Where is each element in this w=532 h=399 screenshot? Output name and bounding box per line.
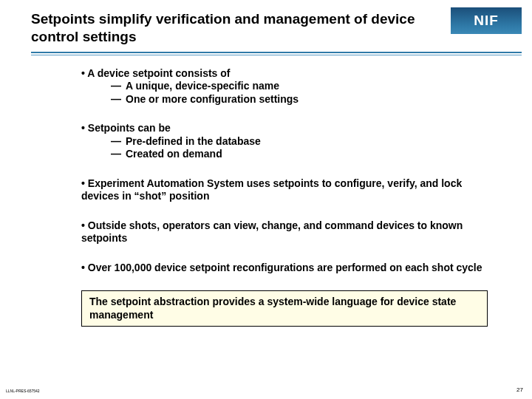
slide-header: Setpoints simplify verification and mana… bbox=[0, 0, 532, 46]
sub-item: —Pre-defined in the database bbox=[111, 135, 495, 149]
bullet-lead: Outside shots, operators can view, chang… bbox=[81, 219, 495, 245]
bullet-item: A device setpoint consists of —A unique,… bbox=[81, 67, 495, 106]
nif-logo-text: NIF bbox=[474, 13, 499, 29]
bullet-sublist: —A unique, device-specific name —One or … bbox=[81, 80, 495, 106]
slide-number: 27 bbox=[516, 386, 523, 393]
bullet-item: Setpoints can be —Pre-defined in the dat… bbox=[81, 122, 495, 161]
bullet-sublist: —Pre-defined in the database —Created on… bbox=[81, 135, 495, 161]
bullet-lead: Setpoints can be bbox=[81, 122, 495, 135]
slide-title: Setpoints simplify verification and mana… bbox=[31, 10, 423, 46]
bullet-item: Experiment Automation System uses setpoi… bbox=[81, 177, 495, 203]
bullet-lead: Experiment Automation System uses setpoi… bbox=[81, 177, 495, 203]
sub-item: —Created on demand bbox=[111, 148, 495, 161]
footer-doc-id: LLNL-PRES-657542 bbox=[6, 389, 40, 393]
header-rule-thick bbox=[31, 52, 522, 53]
callout-text: The setpoint abstraction provides a syst… bbox=[89, 296, 456, 321]
dash-icon: — bbox=[111, 93, 126, 106]
bullet-item: Over 100,000 device setpoint reconfigura… bbox=[81, 262, 495, 275]
sub-text: One or more configuration settings bbox=[126, 93, 299, 106]
sub-text: Created on demand bbox=[126, 148, 222, 161]
dash-icon: — bbox=[111, 135, 126, 149]
dash-icon: — bbox=[111, 148, 126, 161]
sub-text: A unique, device-specific name bbox=[126, 80, 279, 93]
bullet-lead: A device setpoint consists of bbox=[81, 67, 495, 81]
sub-item: —A unique, device-specific name bbox=[111, 80, 495, 93]
callout-box: The setpoint abstraction provides a syst… bbox=[81, 290, 488, 327]
slide-body: A device setpoint consists of —A unique,… bbox=[0, 55, 532, 275]
dash-icon: — bbox=[111, 80, 126, 93]
sub-text: Pre-defined in the database bbox=[126, 135, 261, 149]
sub-item: —One or more configuration settings bbox=[111, 93, 495, 106]
bullet-item: Outside shots, operators can view, chang… bbox=[81, 219, 495, 245]
nif-logo: NIF bbox=[451, 7, 522, 34]
bullet-lead: Over 100,000 device setpoint reconfigura… bbox=[81, 262, 495, 275]
